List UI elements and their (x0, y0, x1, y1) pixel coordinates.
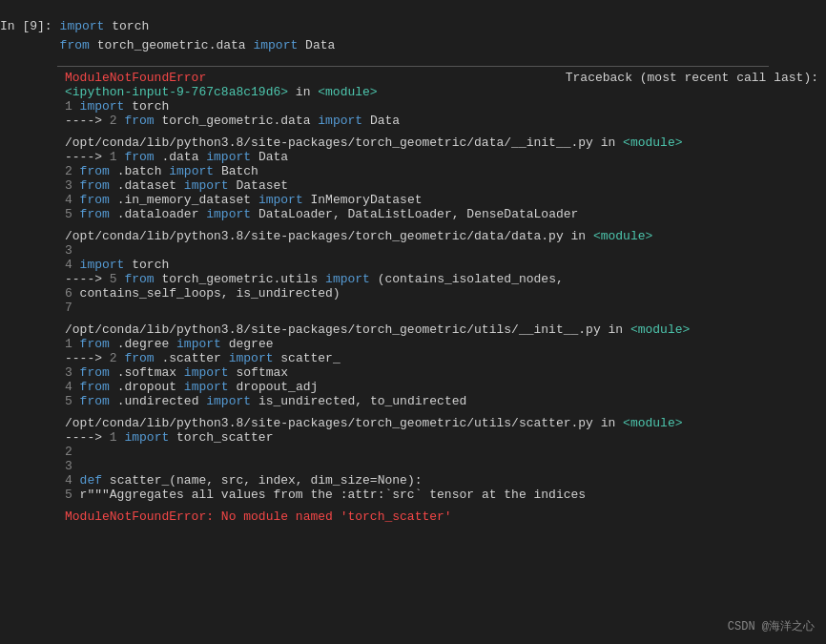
cell-label: In [9]: (0, 17, 60, 54)
final-error: ModuleNotFoundError: No module named 'to… (65, 509, 818, 524)
divider (57, 66, 769, 67)
line-5-3: 3 (65, 459, 818, 473)
line-5-2: 2 (65, 445, 818, 459)
watermark: CSDN @海洋之心 (728, 618, 815, 634)
module-ref-2: <module> (623, 135, 682, 150)
input-cell: In [9]: import torch from torch_geometri… (0, 10, 826, 62)
traceback-label: Traceback (most recent call last): (566, 71, 818, 85)
line-1-1: 1 import torch (65, 99, 818, 114)
path-4: /opt/conda/lib/python3.8/site-packages/t… (65, 416, 818, 430)
ipython-link: <ipython-input-9-767c8a8c19d6> (65, 85, 288, 99)
traceback-output: ModuleNotFoundError Traceback (most rece… (0, 71, 826, 524)
traceback-lines-4: 1 from .degree import degree ----> 2 fro… (65, 337, 818, 408)
line-2-4: 4 from .in_memory_dataset import InMemor… (65, 193, 818, 207)
line-4-4: 4 from .dropout import dropout_adj (65, 380, 818, 394)
input-line-1: import torch (60, 17, 826, 36)
ipython-ref: <ipython-input-9-767c8a8c19d6> in <modul… (65, 85, 818, 99)
line-3-4: 6 contains_self_loops, is_undirected) (65, 286, 818, 301)
line-3-2: 4 import torch (65, 258, 818, 272)
module-ref-4: <module> (630, 322, 690, 337)
line-1-2: ----> 2 from torch_geometric.data import… (65, 114, 818, 128)
path-1: /opt/conda/lib/python3.8/site-packages/t… (65, 135, 818, 150)
path-3: /opt/conda/lib/python3.8/site-packages/t… (65, 322, 818, 337)
line-2-2: 2 from .batch import Batch (65, 164, 818, 178)
line-4-5: 5 from .undirected import is_undirected,… (65, 394, 818, 408)
keyword-import: import (60, 19, 105, 33)
traceback-lines-5: ----> 1 import torch_scatter 2 3 4 def s… (65, 430, 818, 502)
keyword-from: from (60, 38, 90, 52)
error-type: ModuleNotFoundError (65, 71, 206, 85)
cell-input: import torch from torch_geometric.data i… (60, 17, 826, 54)
traceback-lines-1: 1 import torch ----> 2 from torch_geomet… (65, 99, 818, 128)
path-2: /opt/conda/lib/python3.8/site-packages/t… (65, 229, 818, 243)
line-3-5: 7 (65, 301, 818, 315)
traceback-lines-2: ----> 1 from .data import Data 2 from .b… (65, 150, 818, 221)
module-ref-3: <module> (593, 229, 652, 243)
module-ref-5: <module> (623, 416, 682, 430)
line-4-3: 3 from .softmax import softmax (65, 365, 818, 380)
line-2-5: 5 from .dataloader import DataLoader, Da… (65, 207, 818, 221)
line-5-1: ----> 1 import torch_scatter (65, 430, 818, 445)
line-4-2: ----> 2 from .scatter import scatter_ (65, 351, 818, 365)
line-2-1: ----> 1 from .data import Data (65, 150, 818, 164)
line-5-4: 4 def scatter_(name, src, index, dim_siz… (65, 473, 818, 488)
line-4-1: 1 from .degree import degree (65, 337, 818, 351)
error-header: ModuleNotFoundError Traceback (most rece… (65, 71, 818, 85)
line-5-5: 5 r"""Aggregates all values from the :at… (65, 488, 818, 502)
keyword-import2: import (253, 38, 298, 52)
input-line-2: from torch_geometric.data import Data (60, 36, 826, 55)
line-3-3: ----> 5 from torch_geometric.utils impor… (65, 272, 818, 286)
traceback-lines-3: 3 4 import torch ----> 5 from torch_geom… (65, 243, 818, 315)
module-ref-1: <module> (318, 85, 377, 99)
line-2-3: 3 from .dataset import Dataset (65, 178, 818, 193)
line-3-1: 3 (65, 243, 818, 258)
